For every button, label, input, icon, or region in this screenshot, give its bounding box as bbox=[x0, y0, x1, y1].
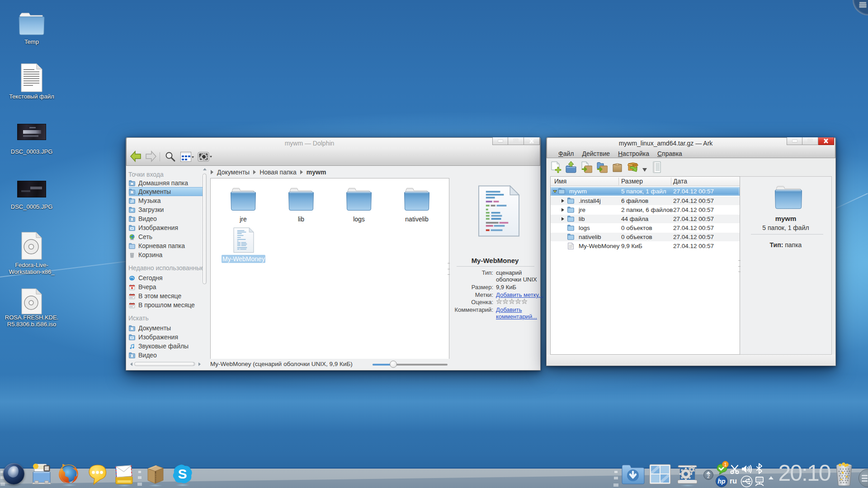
svg-text:S: S bbox=[178, 466, 187, 481]
